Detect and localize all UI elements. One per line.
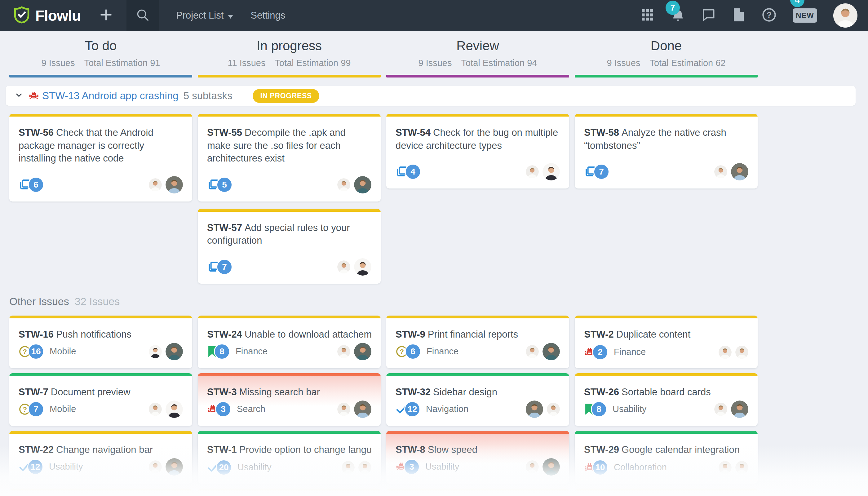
card-STW-3[interactable]: STW-3Missing search bar 3 Search (198, 373, 381, 426)
whats-new-button[interactable]: NEW 4 (793, 9, 817, 22)
card-count-badge: 2 (592, 344, 608, 360)
card-category: Usability (425, 462, 460, 472)
card-STW-55[interactable]: STW-55Decompile the .apk and make sure t… (198, 114, 381, 202)
card-STW-22[interactable]: STW-22Change navigation bar 12 Usability (9, 431, 192, 484)
column-title: To do (9, 38, 192, 53)
documents-button[interactable] (732, 7, 746, 24)
card-count-badge: 12 (27, 459, 43, 475)
card-title: STW-54Check for the bug on multiple devi… (396, 126, 560, 152)
card-STW-56[interactable]: STW-56Check that the Android package man… (9, 114, 192, 202)
board-column-headers: To do 9 Issues Total Estimation 91 In pr… (0, 31, 868, 78)
notifications-button[interactable]: 7 (670, 7, 685, 24)
card-category: Navigation (426, 404, 468, 414)
avatar (526, 345, 539, 358)
card-accent-bar (386, 431, 569, 434)
card-accent-bar (575, 373, 758, 376)
card-category: Finance (427, 346, 459, 356)
card-STW-58[interactable]: STW-58Analyze the native crash “tombston… (575, 114, 758, 188)
chat-icon (701, 8, 716, 23)
apps-menu-button[interactable] (640, 8, 654, 23)
collapse-group-button[interactable] (14, 91, 24, 101)
help-icon: ? (762, 7, 777, 24)
card-count-badge: 8 (214, 343, 230, 360)
card-title: STW-32Sidebar design (396, 386, 560, 399)
card-category: Mobile (50, 404, 76, 414)
messenger-button[interactable] (701, 8, 716, 23)
avatar (542, 458, 560, 476)
avatar (149, 178, 162, 191)
avatar (714, 403, 727, 416)
avatar (718, 346, 732, 359)
avatar (354, 343, 371, 360)
card-id: STW-54 (396, 127, 431, 138)
card-STW-21[interactable]: STW-21Calculate taxes (575, 489, 758, 496)
avatar (718, 461, 732, 474)
card-STW-57[interactable]: STW-57Add special rules to your configur… (198, 209, 381, 284)
card-count-badge: 7 (593, 164, 609, 180)
avatar (166, 458, 183, 476)
whats-new-icon: NEW (793, 9, 817, 22)
card-STW-25[interactable]: STW-25Autofill option (198, 489, 381, 496)
nav-project-list[interactable]: Project List (176, 10, 233, 21)
card-count-badge: 3 (215, 401, 231, 417)
card-title: STW-56Check that the Android package man… (19, 126, 183, 165)
user-avatar[interactable] (833, 3, 857, 28)
group-subtask-count: 5 subtasks (184, 90, 232, 102)
column-color-bar (575, 75, 758, 78)
card-accent-bar (9, 114, 192, 117)
board-column: STW-55Decompile the .apk and make sure t… (198, 114, 381, 284)
card-id: STW-2 (584, 329, 614, 340)
card-STW-8[interactable]: STW-8Slow speed 3 Usability (386, 431, 569, 484)
card-STW-32[interactable]: STW-32Sidebar design 12 Navigation (386, 373, 569, 426)
card-avatars (718, 346, 748, 359)
card-accent-bar (386, 373, 569, 376)
other-issues-title: Other Issues (9, 295, 69, 308)
card-avatars (149, 343, 183, 360)
plus-icon (98, 7, 113, 24)
column-issue-count: 9 Issues (607, 58, 640, 68)
card-STW-29[interactable]: STW-29Google calendar integration 10 Col… (575, 431, 758, 484)
issue-group-bar[interactable]: STW-13 Android app crashing 5 subtasks I… (5, 86, 856, 106)
card-title: STW-24Unable to download attachements (207, 328, 371, 341)
search-button[interactable] (126, 0, 159, 31)
group-issue-link[interactable]: STW-13 Android app crashing (42, 90, 179, 102)
flowlu-logo[interactable]: Flowlu (14, 6, 81, 25)
card-STW-1[interactable]: STW-1Provide option to change languages … (198, 431, 381, 484)
card-STW-20[interactable]: STW-20Import data from excel (9, 489, 192, 496)
add-button[interactable] (98, 7, 113, 24)
card-STW-10[interactable]: STW-10Search function doesn’t always (386, 489, 569, 496)
group-issue-id: STW-13 (42, 90, 79, 102)
avatar (526, 460, 539, 474)
card-avatars (714, 401, 748, 418)
logo-shield-icon (14, 6, 30, 25)
card-count-badge: 7 (216, 259, 232, 275)
avatar (547, 403, 560, 416)
nav-settings[interactable]: Settings (250, 10, 285, 21)
help-button[interactable]: ? (762, 7, 777, 24)
card-count-badge: 10 (592, 460, 608, 476)
card-title: STW-55Decompile the .apk and make sure t… (207, 126, 371, 165)
card-avatars (526, 163, 560, 181)
card-STW-9[interactable]: STW-9Print financial reports ? 6 Finance (386, 315, 569, 368)
svg-text:?: ? (22, 405, 27, 413)
card-accent-bar (198, 431, 381, 434)
avatar (337, 260, 350, 274)
card-accent-bar (9, 431, 192, 434)
group-issue-title: Android app crashing (82, 90, 179, 102)
card-count-badge: 3 (404, 459, 420, 475)
card-STW-2[interactable]: STW-2Duplicate content 2 Finance (575, 315, 758, 368)
card-STW-26[interactable]: STW-26Sortable board cards 8 Usability (575, 373, 758, 426)
card-id: STW-24 (207, 329, 242, 340)
whats-new-badge: 4 (790, 0, 804, 7)
card-STW-7[interactable]: STW-7Document preview ? 7 Mobile (9, 373, 192, 426)
card-title: STW-58Analyze the native crash “tombston… (584, 126, 748, 152)
card-STW-54[interactable]: STW-54Check for the bug on multiple devi… (386, 114, 569, 188)
card-STW-24[interactable]: STW-24Unable to download attachements 8 … (198, 315, 381, 368)
card-STW-16[interactable]: STW-16Push notifications ? 16 Mobile (9, 315, 192, 368)
card-avatars (526, 343, 560, 360)
card-accent-bar (575, 315, 758, 319)
card-id: STW-9 (396, 329, 425, 340)
card-avatars (526, 401, 560, 418)
card-accent-bar (198, 209, 381, 212)
card-accent-bar (9, 489, 192, 491)
